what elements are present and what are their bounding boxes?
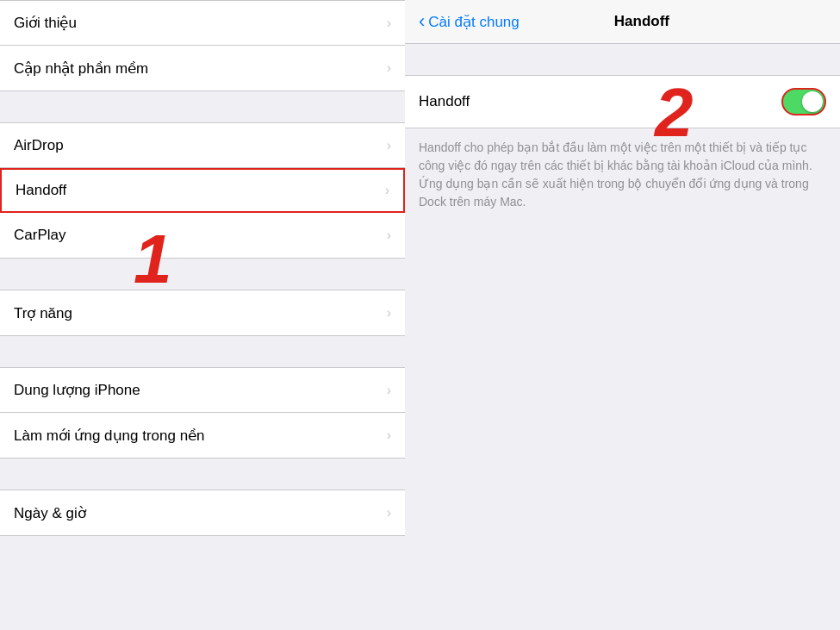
handoff-setting-label: Handoff [419,93,470,110]
section-separator [405,44,840,75]
right-content: Handoff Handoff cho phép bạn bắt đầu làm… [405,44,840,221]
section-separator [0,91,405,122]
sidebar-item-label: Giới thiệu [14,14,77,32]
handoff-description-block: Handoff cho phép bạn bắt đầu làm một việ… [405,128,840,221]
sidebar-item-lam-moi[interactable]: Làm mới ứng dụng trong nền › [0,413,405,458]
sidebar-item-ngay-gio[interactable]: Ngày & giờ › [0,490,405,535]
chevron-right-icon: › [387,228,391,243]
back-chevron-icon: ‹ [419,10,425,33]
chevron-right-icon: › [387,427,391,443]
settings-group-3: Trợ năng › [0,290,405,336]
back-label[interactable]: Cài đặt chung [428,13,519,31]
right-panel: ‹ Cài đặt chung Handoff Handoff Handoff … [405,0,840,630]
toggle-knob [802,91,823,112]
section-separator [0,458,405,490]
chevron-right-icon: › [387,383,391,398]
handoff-toggle[interactable] [781,88,826,115]
chevron-right-icon: › [387,138,391,153]
sidebar-item-label: Dung lượng iPhone [14,381,140,399]
settings-group-1: Giới thiệu › Cập nhật phần mềm › [0,0,405,91]
sidebar-item-handoff[interactable]: Handoff › [0,168,405,213]
chevron-right-icon: › [387,60,391,76]
sidebar-item-label: CarPlay [14,227,65,244]
sidebar-item-cap-nhat[interactable]: Cập nhật phần mềm › [0,46,405,90]
page-title: Handoff [526,13,757,30]
chevron-right-icon: › [385,183,389,198]
left-panel: Giới thiệu › Cập nhật phần mềm › AirDrop… [0,0,405,630]
settings-group-5: Ngày & giờ › [0,490,405,536]
sidebar-item-airdrop[interactable]: AirDrop › [0,123,405,168]
section-separator [0,259,405,290]
sidebar-item-label: Làm mới ứng dụng trong nền [14,427,205,445]
settings-group-2: AirDrop › Handoff › CarPlay › [0,122,405,259]
chevron-right-icon: › [387,16,391,31]
sidebar-item-label: Handoff [16,182,66,199]
sidebar-item-dung-luong[interactable]: Dung lượng iPhone › [0,368,405,413]
right-header: ‹ Cài đặt chung Handoff [405,0,840,44]
sidebar-item-gioi-thieu[interactable]: Giới thiệu › [0,1,405,46]
settings-group-4: Dung lượng iPhone › Làm mới ứng dụng tro… [0,367,405,458]
section-separator [0,336,405,367]
handoff-description-text: Handoff cho phép bạn bắt đầu làm một việ… [419,140,812,209]
sidebar-item-label: AirDrop [14,137,64,154]
sidebar-item-label: Ngày & giờ [14,504,86,522]
sidebar-item-label: Trợ năng [14,304,72,322]
back-button[interactable]: ‹ Cài đặt chung [419,10,520,33]
sidebar-item-carplay[interactable]: CarPlay › [0,213,405,258]
sidebar-item-tro-nang[interactable]: Trợ năng › [0,290,405,335]
sidebar-item-label: Cập nhật phần mềm [14,59,148,78]
chevron-right-icon: › [387,505,391,521]
handoff-setting-row: Handoff [405,75,840,128]
chevron-right-icon: › [387,305,391,321]
